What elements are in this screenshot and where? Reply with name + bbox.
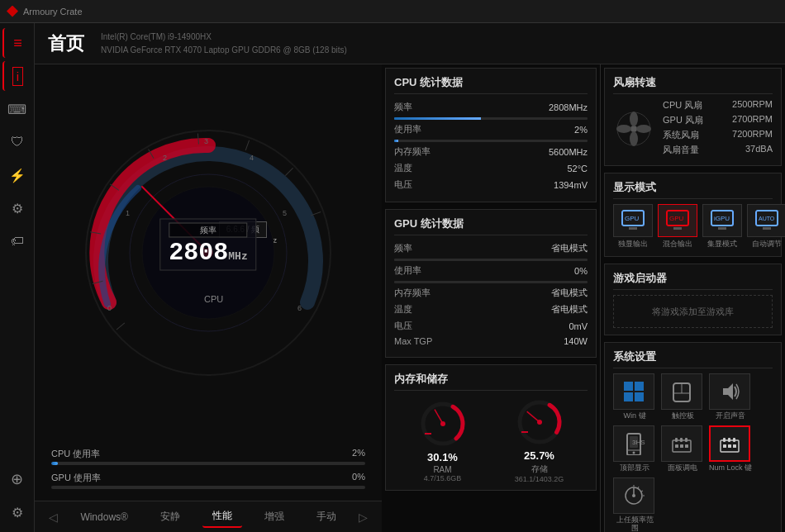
svg-text:AUTO: AUTO	[759, 216, 775, 221]
svg-point-35	[630, 112, 638, 126]
display-mode-card: 显示模式 GPU 独显输出	[604, 173, 782, 257]
add-game-button[interactable]: 将游戏添加至游戏库	[613, 295, 773, 328]
display-hybrid[interactable]: GPU 混合输出	[658, 204, 697, 249]
svg-rect-43	[673, 227, 682, 230]
display-integrated[interactable]: iGPU 集显模式	[702, 204, 742, 249]
tab-performance[interactable]: 性能	[202, 506, 242, 528]
svg-rect-67	[685, 438, 687, 442]
freq-value: 2808MHz	[169, 240, 247, 267]
gpu-info: NVIDIA GeForce RTX 4070 Laptop GPU GDDR6…	[101, 44, 347, 57]
tab-windows[interactable]: Windows®	[70, 508, 138, 526]
cpu-usage-stat-row: 使用率 2%	[394, 123, 588, 135]
svg-text:6: 6	[297, 304, 302, 312]
svg-point-37	[630, 131, 638, 146]
gpu-stats-card: GPU 统计数据 频率 省电模式 使用率 0% 内存频率	[385, 209, 597, 358]
sys-panel-power[interactable]: 面板调电	[661, 425, 704, 473]
gpu-usage-value: 0%	[352, 472, 365, 484]
cpu-usage-label: CPU 使用率	[51, 448, 100, 460]
cpu-voltage-row: 电压 1394mV	[394, 178, 588, 191]
svg-line-26	[435, 409, 443, 423]
sidebar-item-keyboard[interactable]: ⌨	[2, 94, 32, 124]
display-discrete[interactable]: GPU 独显输出	[613, 204, 653, 249]
sidebar-item-sliders[interactable]: ⚙	[2, 193, 32, 223]
svg-line-31	[526, 411, 539, 422]
gpu-fan-row: GPU 风扇 2700RPM	[663, 114, 773, 126]
display-mode-title: 显示模式	[613, 180, 773, 199]
cpu-stats-title: CPU 统计数据	[394, 75, 588, 94]
sys-touchpad[interactable]: 触控板	[661, 373, 704, 420]
svg-line-8	[285, 168, 293, 175]
svg-text:2: 2	[163, 154, 167, 162]
sys-numlock[interactable]: Num Lock 键	[709, 425, 752, 473]
svg-text:GPU: GPU	[625, 215, 640, 222]
sys-win-key[interactable]: Win 键	[613, 373, 656, 420]
sidebar-item-tag[interactable]: 🏷	[2, 226, 32, 256]
memory-title: 内存和储存	[394, 372, 588, 391]
usage-section: CPU 使用率 2% GPU 使用率 0%	[35, 441, 382, 501]
freq-unit: MHz	[228, 250, 247, 263]
cpu-usage-stat-label: 使用率	[394, 123, 421, 135]
sidebar-item-rog[interactable]: ⊕	[2, 464, 32, 494]
svg-point-38	[616, 125, 631, 133]
svg-rect-46	[718, 227, 726, 230]
tabs-next[interactable]: ▷	[359, 511, 368, 524]
sidebar-item-shield[interactable]: 🛡	[2, 127, 32, 157]
cpu-freq-value: 2808MHz	[549, 102, 588, 112]
sys-fan-row: 系统风扇 7200RPM	[663, 129, 773, 141]
sidebar-item-settings[interactable]: ⚙	[2, 497, 32, 527]
tab-quiet[interactable]: 安静	[150, 506, 190, 527]
freq-label: 频率	[169, 223, 247, 238]
sidebar-item-home[interactable]: ≡	[2, 28, 32, 58]
sidebar-item-lightning[interactable]: ⚡	[2, 160, 32, 190]
sidebar-item-dashboard[interactable]: i	[2, 61, 32, 91]
app-icon	[7, 6, 18, 17]
titlebar: Armoury Crate	[0, 0, 785, 23]
svg-text:GPU: GPU	[669, 215, 684, 222]
gauge-area: 0 1 2 3 4 5 6 x 1000 MHz	[35, 64, 382, 441]
system-settings-title: 系统设置	[613, 349, 773, 368]
gpu-stats-title: GPU 统计数据	[394, 216, 588, 235]
tab-boost[interactable]: 增强	[255, 506, 294, 527]
svg-rect-66	[680, 438, 683, 442]
display-auto[interactable]: AUTO 自动调节	[747, 204, 785, 249]
svg-rect-72	[723, 438, 726, 442]
svg-rect-65	[675, 438, 678, 442]
cpu-fan-row: CPU 风扇 2500RPM	[663, 99, 773, 112]
display-discrete-box[interactable]: GPU	[613, 204, 653, 237]
sys-freq-range[interactable]: 上任频率范围	[613, 477, 656, 532]
gpu-usage-label: GPU 使用率	[51, 472, 101, 484]
display-icons: GPU 独显输出 GPU	[613, 204, 773, 249]
svg-line-7	[245, 140, 249, 150]
game-launcher-card: 游戏启动器 将游戏添加至游戏库	[604, 264, 782, 335]
display-auto-box[interactable]: AUTO	[747, 204, 785, 237]
fan-icon	[613, 108, 654, 150]
svg-rect-54	[635, 392, 644, 401]
sys-sound[interactable]: 开启声音	[709, 373, 752, 420]
svg-text:3: 3	[204, 137, 208, 145]
fan-volume-row: 风扇音量 37dBA	[663, 144, 773, 156]
display-hybrid-box[interactable]: GPU	[658, 204, 697, 237]
tab-manual[interactable]: 手动	[307, 506, 346, 527]
freq-display: 频率 2808MHz	[159, 219, 256, 271]
storage-pct: 25.7%	[515, 449, 564, 462]
cpu-info: Intel(R) Core(TM) i9-14900HX	[101, 31, 347, 44]
cpu-temp-row: 温度 52°C	[394, 162, 588, 174]
svg-rect-73	[728, 438, 730, 442]
page-title: 首页	[48, 31, 84, 56]
fan-stats: CPU 风扇 2500RPM GPU 风扇 2700RPM 系统风扇 7200R…	[663, 99, 773, 159]
cpu-usage-value: 2%	[352, 448, 365, 460]
svg-text:5: 5	[283, 209, 287, 217]
sidebar: ≡ i ⌨ 🛡 ⚡ ⚙ 🏷 ⊕ ⚙	[0, 23, 35, 532]
display-integrated-box[interactable]: iGPU	[702, 204, 742, 237]
cpu-mem-freq-row: 内存频率 5600MHz	[394, 145, 588, 158]
tabs-prev[interactable]: ◁	[49, 511, 58, 524]
gpu-usage-row: GPU 使用率 0%	[51, 472, 365, 489]
profile-tabs: ◁ Windows® 安静 性能 增强 手动 ▷	[35, 501, 382, 532]
sys-top-display[interactable]: 3HS 顶部显示	[613, 425, 656, 473]
fan-title: 风扇转速	[613, 75, 773, 94]
svg-text:iGPU: iGPU	[714, 215, 730, 222]
svg-rect-51	[624, 382, 633, 391]
svg-text:3HS: 3HS	[632, 439, 645, 446]
svg-line-82	[638, 487, 639, 488]
svg-rect-49	[763, 227, 771, 230]
